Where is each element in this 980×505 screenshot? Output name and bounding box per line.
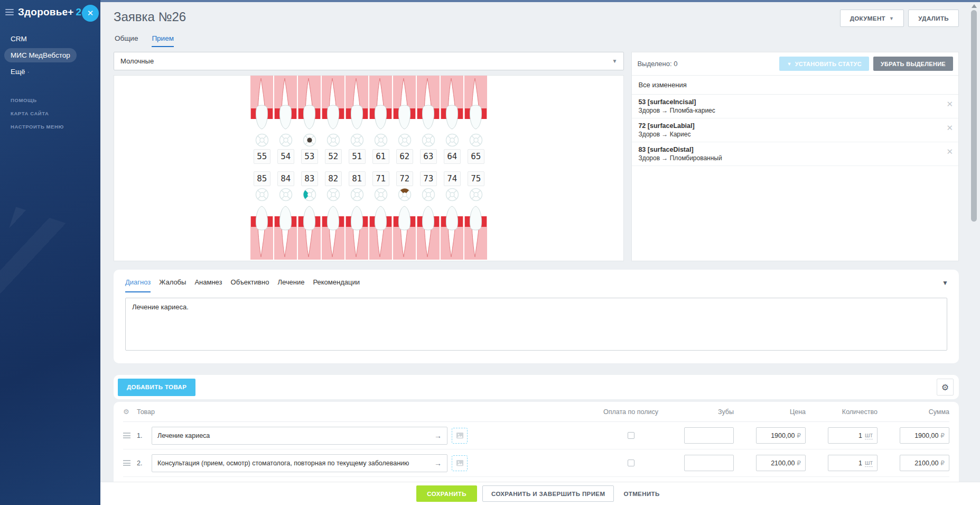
product-name-input[interactable]: Консультация (прием, осмотр) стоматолога… xyxy=(152,454,447,472)
clear-selection-button[interactable]: УБРАТЬ ВЫДЕЛЕНИЕ xyxy=(873,57,953,71)
tooth-number-52[interactable]: 52 xyxy=(325,149,342,164)
tooth-column-65[interactable]: 6575 xyxy=(464,76,488,261)
tooth-number-73[interactable]: 73 xyxy=(420,171,437,186)
tooth-number-74[interactable]: 74 xyxy=(444,171,461,186)
tooth-column-55[interactable]: 5585 xyxy=(250,76,274,261)
tooth-surface-selector[interactable] xyxy=(303,133,316,147)
tooth-shape-upper[interactable] xyxy=(345,76,369,132)
columns-gear-icon[interactable]: ⚙ xyxy=(123,408,137,416)
tooth-number-72[interactable]: 72 xyxy=(396,171,413,186)
tooth-column-54[interactable]: 5484 xyxy=(274,76,297,261)
brand-logo[interactable]: Здоровье+24 xyxy=(18,6,87,18)
sum-input[interactable]: 2100,00₽ xyxy=(900,455,949,471)
tooth-shape-upper[interactable] xyxy=(274,76,297,132)
scrollbar-up-arrow[interactable] xyxy=(972,4,977,8)
tooth-number-85[interactable]: 85 xyxy=(254,171,270,186)
save-button[interactable]: СОХРАНИТЬ xyxy=(416,485,477,502)
tooth-number-81[interactable]: 81 xyxy=(349,171,366,186)
sidebar-item-мис-медвебстор[interactable]: МИС МедВебстор xyxy=(4,48,77,62)
tooth-column-62[interactable]: 6272 xyxy=(393,76,416,261)
cancel-button[interactable]: ОТМЕНИТЬ xyxy=(619,491,664,497)
tooth-number-64[interactable]: 64 xyxy=(444,149,461,164)
sidebar-footer-карта-сайта[interactable]: карта сайта xyxy=(0,107,100,120)
tooth-shape-upper[interactable] xyxy=(393,76,416,132)
tooth-shape-upper[interactable] xyxy=(369,76,393,132)
insurance-checkbox[interactable] xyxy=(628,460,634,466)
change-item[interactable]: 83 [surfaceDistal] Здоров → Пломбированн… xyxy=(632,142,958,166)
tooth-surface-selector[interactable] xyxy=(469,188,483,201)
tooth-number-51[interactable]: 51 xyxy=(349,149,366,164)
tooth-number-82[interactable]: 82 xyxy=(325,171,342,186)
diagnosis-textarea[interactable] xyxy=(125,298,947,351)
tooth-column-51[interactable]: 5181 xyxy=(345,76,369,261)
sidebar-footer-помощь[interactable]: помощь xyxy=(0,94,100,107)
tooth-number-71[interactable]: 71 xyxy=(372,171,389,186)
tooth-number-62[interactable]: 62 xyxy=(396,149,413,164)
tooth-shape-lower[interactable] xyxy=(440,204,464,260)
tooth-surface-selector[interactable] xyxy=(469,133,483,147)
tooth-number-84[interactable]: 84 xyxy=(277,171,294,186)
tooth-surface-selector[interactable] xyxy=(255,188,269,201)
dentition-select[interactable]: Молочные ▼ xyxy=(114,52,624,70)
tooth-surface-selector[interactable] xyxy=(398,133,412,147)
tooth-shape-lower[interactable] xyxy=(393,204,416,260)
teeth-input[interactable] xyxy=(684,455,734,471)
tooth-surface-selector[interactable] xyxy=(374,133,388,147)
tooth-number-55[interactable]: 55 xyxy=(254,149,270,164)
remove-change-icon[interactable]: ✕ xyxy=(946,124,953,132)
tooth-surface-selector[interactable] xyxy=(445,188,459,201)
tooth-surface-selector[interactable] xyxy=(445,133,459,147)
tooth-surface-selector[interactable] xyxy=(303,188,316,201)
tooth-shape-upper[interactable] xyxy=(250,76,274,132)
tooth-shape-lower[interactable] xyxy=(297,204,321,260)
unit-label[interactable]: шт xyxy=(865,459,873,467)
product-name-input[interactable]: Лечение кариеса → xyxy=(152,427,447,445)
tooth-column-63[interactable]: 6373 xyxy=(416,76,440,261)
remove-change-icon[interactable]: ✕ xyxy=(946,100,953,108)
tooth-number-54[interactable]: 54 xyxy=(277,149,294,164)
tooth-shape-lower[interactable] xyxy=(250,204,274,260)
tooth-surface-selector[interactable] xyxy=(350,188,364,201)
table-settings-button[interactable]: ⚙ xyxy=(937,379,954,396)
quantity-input[interactable]: 1шт xyxy=(828,455,878,471)
sidebar-item-ещё[interactable]: Ещё· xyxy=(0,63,100,80)
sidebar-item-crm[interactable]: CRM xyxy=(0,31,100,47)
delete-button[interactable]: УДАЛИТЬ xyxy=(908,10,959,27)
tab-прием[interactable]: Прием xyxy=(152,34,174,47)
quantity-input[interactable]: 1шт xyxy=(828,427,878,444)
tooth-surface-selector[interactable] xyxy=(350,133,364,147)
product-image-button[interactable] xyxy=(452,455,468,471)
tooth-shape-lower[interactable] xyxy=(369,204,393,260)
tooth-shape-upper[interactable] xyxy=(321,76,345,132)
open-product-arrow-icon[interactable]: → xyxy=(434,459,442,467)
scrollbar-thumb[interactable] xyxy=(971,10,977,222)
tooth-shape-lower[interactable] xyxy=(416,204,440,260)
tooth-surface-selector[interactable] xyxy=(279,188,293,201)
sidebar-footer-настроить-меню[interactable]: настроить меню xyxy=(0,120,100,133)
tooth-shape-lower[interactable] xyxy=(321,204,345,260)
tooth-number-83[interactable]: 83 xyxy=(301,171,318,186)
tooth-shape-upper[interactable] xyxy=(416,76,440,132)
notes-tab-объективно[interactable]: Объективно xyxy=(231,278,269,292)
tooth-surface-selector[interactable] xyxy=(279,133,293,147)
product-image-button[interactable] xyxy=(452,428,468,444)
change-item[interactable]: 72 [surfaceLabial] Здоров → Кариес ✕ xyxy=(632,118,958,142)
drag-handle-icon[interactable] xyxy=(123,460,137,466)
tooth-surface-selector[interactable] xyxy=(422,133,435,147)
set-status-button[interactable]: ▼ УСТАНОВИТЬ СТАТУС xyxy=(779,57,869,71)
tooth-shape-upper[interactable] xyxy=(464,76,488,132)
tooth-shape-lower[interactable] xyxy=(274,204,297,260)
tab-общие[interactable]: Общие xyxy=(115,34,138,47)
vertical-scrollbar[interactable] xyxy=(970,4,978,237)
notes-tab-лечение[interactable]: Лечение xyxy=(277,278,304,292)
tooth-number-61[interactable]: 61 xyxy=(372,149,389,164)
price-input[interactable]: 2100,00₽ xyxy=(756,455,806,471)
teeth-input[interactable] xyxy=(684,427,734,444)
save-and-finish-button[interactable]: СОХРАНИТЬ И ЗАВЕРШИТЬ ПРИЕМ xyxy=(482,485,614,502)
notes-tab-рекомендации[interactable]: Рекомендации xyxy=(313,278,360,292)
remove-change-icon[interactable]: ✕ xyxy=(946,148,953,155)
tooth-column-53[interactable]: 5383 xyxy=(297,76,321,261)
tooth-shape-lower[interactable] xyxy=(464,204,488,260)
tooth-number-53[interactable]: 53 xyxy=(301,149,318,164)
tooth-shape-upper[interactable] xyxy=(440,76,464,132)
